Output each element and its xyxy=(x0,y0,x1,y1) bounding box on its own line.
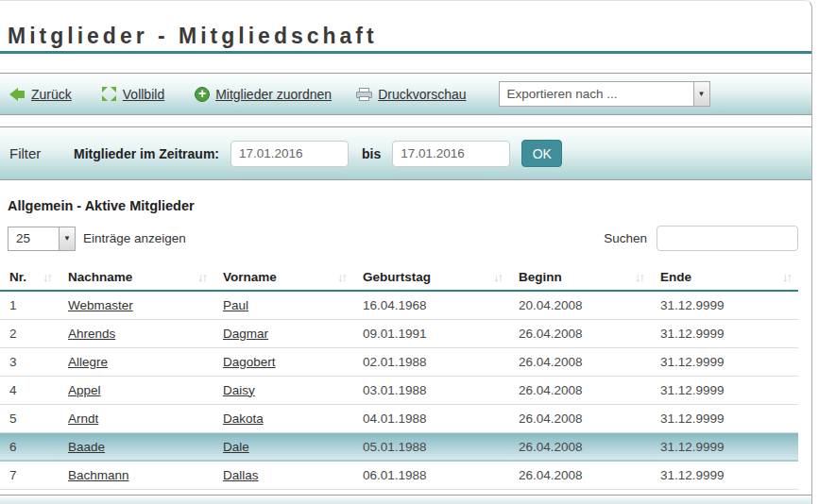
nachname-link[interactable]: Webmaster xyxy=(68,298,133,312)
cell-ende: 31.12.9999 xyxy=(651,376,798,404)
column-header-ende[interactable]: Ende↓↑ xyxy=(651,266,798,291)
filter-bar: Filter Mitglieder im Zeitraum: bis OK xyxy=(0,126,811,180)
table-row[interactable]: 7 Bachmann Dallas 06.01.1988 26.04.2008 … xyxy=(0,461,798,489)
cell-nachname: Baade xyxy=(59,432,213,461)
table-row[interactable]: 4 Appel Daisy 03.01.1988 26.04.2008 31.1… xyxy=(0,376,798,404)
table-row[interactable]: 6 Baade Dale 05.01.1988 26.04.2008 31.12… xyxy=(0,432,798,461)
nachname-link[interactable]: Baade xyxy=(68,440,105,454)
nachname-link[interactable]: Bachmann xyxy=(68,468,129,482)
export-select-value: Exportieren nach ... xyxy=(500,82,693,106)
search-input[interactable] xyxy=(657,226,798,251)
cell-beginn: 26.04.2008 xyxy=(509,432,651,461)
column-header-beginn[interactable]: Beginn↓↑ xyxy=(509,266,651,291)
fullscreen-button[interactable]: Vollbild xyxy=(102,87,164,102)
nachname-link[interactable]: Appel xyxy=(68,383,101,397)
bis-label: bis xyxy=(362,146,381,161)
back-label: Zurück xyxy=(31,87,72,102)
cell-vorname: Dakota xyxy=(213,404,353,432)
vorname-link[interactable]: Daisy xyxy=(223,383,255,397)
members-table: Nr.↓↑ Nachname↓↑ Vorname↓↑ Geburtstag↓↑ … xyxy=(0,266,798,490)
date-range-label: Mitglieder im Zeitraum: xyxy=(74,146,219,161)
cell-nachname: Appel xyxy=(59,376,213,404)
nachname-link[interactable]: Ahrends xyxy=(68,327,115,341)
cell-nr: 6 xyxy=(0,432,59,461)
plus-circle-icon: + xyxy=(195,87,210,102)
vorname-link[interactable]: Dagobert xyxy=(223,355,276,369)
entries-label: Einträge anzeigen xyxy=(83,231,186,245)
nachname-link[interactable]: Allegre xyxy=(68,355,108,369)
page-size-select[interactable]: 25 ▼ xyxy=(8,227,76,251)
cell-ende: 31.12.9999 xyxy=(651,461,798,489)
back-button[interactable]: Zurück xyxy=(9,87,72,102)
cell-beginn: 26.04.2008 xyxy=(509,347,651,376)
table-row[interactable]: 5 Arndt Dakota 04.01.1988 26.04.2008 31.… xyxy=(0,404,798,432)
cell-vorname: Dagobert xyxy=(213,347,353,376)
dropdown-arrow-icon: ▼ xyxy=(59,227,75,250)
table-controls: 25 ▼ Einträge anzeigen Suchen xyxy=(0,226,811,251)
sort-icon[interactable]: ↓↑ xyxy=(493,270,503,284)
cell-geburtstag: 05.01.1988 xyxy=(353,432,509,461)
vorname-link[interactable]: Dakota xyxy=(223,412,264,426)
sort-icon[interactable]: ↓↑ xyxy=(337,270,348,284)
column-header-geburtstag[interactable]: Geburtstag↓↑ xyxy=(353,266,509,291)
cell-geburtstag: 06.01.1988 xyxy=(353,461,509,489)
cell-nr: 5 xyxy=(0,404,59,432)
cell-beginn: 26.04.2008 xyxy=(509,404,651,432)
sort-icon[interactable]: ↓↑ xyxy=(635,270,645,284)
cell-geburtstag: 04.01.1988 xyxy=(353,404,509,432)
cell-geburtstag: 03.01.1988 xyxy=(353,376,509,404)
sort-icon[interactable]: ↓↑ xyxy=(782,270,793,284)
page-size-value: 25 xyxy=(9,227,59,250)
nachname-link[interactable]: Arndt xyxy=(68,412,98,426)
cell-vorname: Dagmar xyxy=(213,319,353,347)
vorname-link[interactable]: Dale xyxy=(223,440,249,454)
cell-beginn: 26.04.2008 xyxy=(509,319,651,347)
cell-geburtstag: 02.01.1988 xyxy=(353,347,509,376)
table-header-row: Nr.↓↑ Nachname↓↑ Vorname↓↑ Geburtstag↓↑ … xyxy=(0,266,798,291)
cell-vorname: Dale xyxy=(213,432,353,461)
page-container: Mitglieder - Mitgliedschaft Zurück Vollb… xyxy=(0,0,812,504)
toolbar: Zurück Vollbild + Mitglieder zuordnen Dr… xyxy=(0,73,811,115)
sort-icon[interactable]: ↓↑ xyxy=(197,270,208,284)
ok-button[interactable]: OK xyxy=(521,140,562,167)
column-header-nr[interactable]: Nr.↓↑ xyxy=(0,266,59,291)
cell-nachname: Bachmann xyxy=(59,461,213,489)
table-row[interactable]: 2 Ahrends Dagmar 09.01.1991 26.04.2008 3… xyxy=(0,319,798,347)
print-preview-label: Druckvorschau xyxy=(378,87,466,102)
column-header-nachname[interactable]: Nachname↓↑ xyxy=(59,266,213,291)
cell-vorname: Daisy xyxy=(213,376,353,404)
fullscreen-label: Vollbild xyxy=(123,87,164,102)
sort-icon[interactable]: ↓↑ xyxy=(43,270,53,284)
cell-nachname: Webmaster xyxy=(59,291,213,319)
search-label: Suchen xyxy=(604,231,647,245)
table-row[interactable]: 1 Webmaster Paul 16.04.1968 20.04.2008 3… xyxy=(0,291,798,319)
cell-ende: 31.12.9999 xyxy=(651,291,798,319)
cell-nr: 1 xyxy=(0,291,59,319)
cell-beginn: 26.04.2008 xyxy=(509,461,651,489)
vorname-link[interactable]: Dallas xyxy=(223,468,259,482)
vorname-link[interactable]: Paul xyxy=(223,298,248,312)
print-preview-button[interactable]: Druckvorschau xyxy=(356,87,466,102)
cell-ende: 31.12.9999 xyxy=(651,347,798,376)
cell-vorname: Dallas xyxy=(213,461,353,489)
cell-geburtstag: 09.01.1991 xyxy=(353,319,509,347)
cell-nr: 7 xyxy=(0,461,59,489)
table-row[interactable]: 3 Allegre Dagobert 02.01.1988 26.04.2008… xyxy=(0,347,798,376)
export-select[interactable]: Exportieren nach ... ▼ xyxy=(499,81,710,107)
cell-nachname: Ahrends xyxy=(59,319,213,347)
fullscreen-icon xyxy=(102,87,117,102)
cell-nachname: Arndt xyxy=(59,404,213,432)
cell-nr: 4 xyxy=(0,376,59,404)
column-header-vorname[interactable]: Vorname↓↑ xyxy=(213,266,353,291)
date-to-input[interactable] xyxy=(392,141,510,167)
assign-members-button[interactable]: + Mitglieder zuordnen xyxy=(195,87,332,102)
printer-icon xyxy=(356,88,372,101)
vorname-link[interactable]: Dagmar xyxy=(223,327,268,341)
section-heading: Allgemein - Aktive Mitglieder xyxy=(8,198,811,213)
cell-ende: 31.12.9999 xyxy=(651,432,798,461)
cell-nachname: Allegre xyxy=(59,347,213,376)
bottom-toolbar-band xyxy=(0,495,811,504)
date-from-input[interactable] xyxy=(230,141,349,167)
cell-beginn: 20.04.2008 xyxy=(509,291,651,319)
table-body: 1 Webmaster Paul 16.04.1968 20.04.2008 3… xyxy=(0,291,798,489)
